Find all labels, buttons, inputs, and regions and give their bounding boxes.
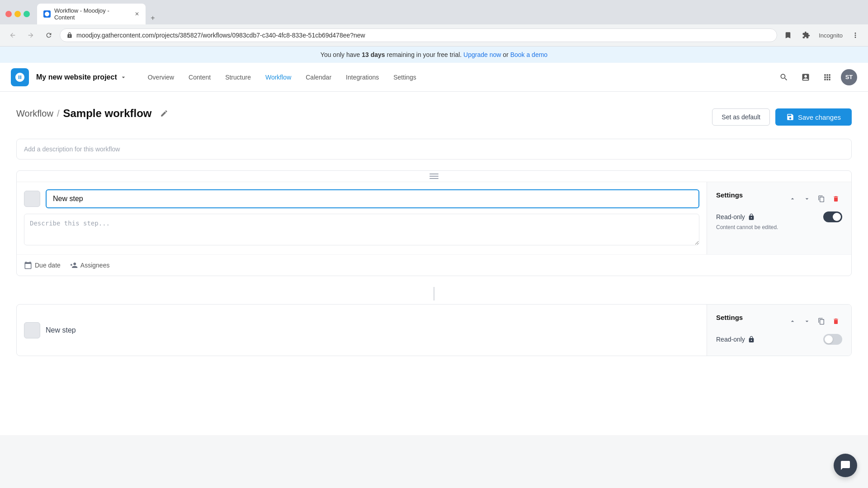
page-title: Sample workflow bbox=[63, 107, 151, 120]
step-1-desc-input[interactable] bbox=[24, 214, 699, 245]
readonly-toggle-2[interactable] bbox=[823, 334, 842, 345]
step-card-1: Settings bbox=[16, 170, 852, 276]
more-options-icon[interactable] bbox=[848, 28, 863, 42]
search-icon[interactable] bbox=[776, 69, 792, 85]
back-button[interactable] bbox=[5, 28, 20, 42]
nav-structure[interactable]: Structure bbox=[219, 70, 257, 84]
save-label: Save changes bbox=[798, 113, 841, 121]
page-header: Workflow / Sample workflow Set as defaul… bbox=[16, 106, 852, 128]
settings-readonly-row-2: Read-only bbox=[716, 334, 842, 345]
move-up-icon-1[interactable] bbox=[786, 192, 799, 205]
move-down-icon-1[interactable] bbox=[801, 192, 813, 205]
new-tab-button[interactable]: + bbox=[146, 12, 159, 24]
book-demo-link[interactable]: Book a demo bbox=[510, 51, 548, 58]
settings-readonly-label-2: Read-only bbox=[716, 336, 755, 343]
apps-icon[interactable] bbox=[819, 69, 835, 85]
step-connector bbox=[16, 283, 852, 304]
browser-tabs: Workflow - Moodjoy - Content ✕ + bbox=[37, 4, 863, 24]
svg-rect-0 bbox=[429, 174, 439, 174]
trial-days: 13 days bbox=[362, 51, 385, 58]
minimize-btn[interactable] bbox=[14, 11, 21, 17]
address-bar[interactable] bbox=[60, 28, 777, 42]
svg-rect-2 bbox=[429, 178, 439, 179]
notifications-icon[interactable] bbox=[797, 69, 814, 85]
tab-title: Workflow - Moodjoy - Content bbox=[54, 7, 131, 21]
close-btn[interactable] bbox=[5, 11, 12, 17]
breadcrumb-separator: / bbox=[57, 108, 60, 119]
trial-banner: You only have 13 days remaining in your … bbox=[0, 47, 868, 63]
step-1-main bbox=[17, 182, 707, 254]
settings-readonly-label-1: Read-only bbox=[716, 213, 755, 221]
project-selector[interactable]: My new website project bbox=[36, 73, 127, 81]
nav-settings[interactable]: Settings bbox=[387, 70, 423, 84]
step-2-color[interactable] bbox=[24, 322, 40, 338]
toolbar-actions: Incognito bbox=[781, 28, 863, 42]
chat-button[interactable] bbox=[834, 454, 857, 477]
breadcrumb: Workflow / Sample workflow bbox=[16, 106, 171, 121]
app-layout: You only have 13 days remaining in your … bbox=[0, 47, 868, 435]
step-1-body: Settings bbox=[17, 182, 851, 254]
svg-rect-1 bbox=[429, 176, 439, 177]
toggle-thumb-1 bbox=[833, 213, 841, 221]
reload-button[interactable] bbox=[42, 28, 56, 42]
nav-actions: ST bbox=[776, 69, 857, 85]
due-date-item[interactable]: Due date bbox=[24, 261, 61, 269]
step-1-settings: Settings bbox=[707, 182, 851, 254]
save-changes-button[interactable]: Save changes bbox=[775, 108, 852, 126]
step-1-color[interactable] bbox=[24, 191, 40, 207]
move-down-icon-2[interactable] bbox=[801, 315, 813, 328]
connector-line bbox=[434, 287, 434, 300]
toggle-thumb-2 bbox=[825, 335, 833, 343]
nav-overview[interactable]: Overview bbox=[142, 70, 180, 84]
user-avatar[interactable]: ST bbox=[841, 69, 857, 85]
app-logo[interactable] bbox=[11, 68, 29, 86]
browser-toolbar: Incognito bbox=[0, 24, 868, 46]
assignees-item[interactable]: Assignees bbox=[70, 261, 110, 269]
step-1-name-input[interactable] bbox=[46, 189, 699, 208]
step-2-name: New step bbox=[46, 326, 76, 334]
breadcrumb-workflow-link[interactable]: Workflow bbox=[16, 108, 53, 119]
nav-integrations[interactable]: Integrations bbox=[340, 70, 385, 84]
maximize-btn[interactable] bbox=[24, 11, 30, 17]
step-2-main: New step bbox=[17, 305, 707, 356]
settings-readonly-desc-1: Content cannot be edited. bbox=[716, 224, 842, 230]
tab-favicon bbox=[43, 10, 51, 18]
save-icon bbox=[786, 113, 794, 121]
project-name: My new website project bbox=[36, 73, 117, 81]
incognito-label: Incognito bbox=[817, 28, 844, 42]
move-up-icon-2[interactable] bbox=[786, 315, 799, 328]
nav-links: Overview Content Structure Workflow Cale… bbox=[142, 70, 776, 84]
settings-title-1: Settings bbox=[716, 191, 743, 199]
page-header-actions: Set as default Save changes bbox=[712, 108, 852, 126]
active-tab[interactable]: Workflow - Moodjoy - Content ✕ bbox=[37, 4, 146, 24]
nav-workflow[interactable]: Workflow bbox=[259, 70, 297, 84]
upgrade-link[interactable]: Upgrade now bbox=[463, 51, 501, 58]
settings-title-2: Settings bbox=[716, 314, 743, 321]
page-content: Workflow / Sample workflow Set as defaul… bbox=[0, 92, 868, 378]
extensions-icon[interactable] bbox=[799, 28, 813, 42]
step-2-settings: Settings bbox=[707, 305, 851, 356]
step-1-footer: Due date Assignees bbox=[17, 254, 851, 276]
drag-handle-1[interactable] bbox=[17, 171, 851, 182]
settings-readonly-row-1: Read-only bbox=[716, 211, 842, 222]
set-default-button[interactable]: Set as default bbox=[712, 108, 770, 126]
edit-title-icon[interactable] bbox=[157, 106, 171, 121]
delete-icon-1[interactable] bbox=[830, 192, 842, 205]
duplicate-icon-2[interactable] bbox=[815, 315, 828, 328]
nav-content[interactable]: Content bbox=[182, 70, 217, 84]
tab-close-icon[interactable]: ✕ bbox=[135, 11, 139, 17]
readonly-toggle-1[interactable] bbox=[823, 211, 842, 222]
browser-chrome: Workflow - Moodjoy - Content ✕ + Inc bbox=[0, 0, 868, 47]
duplicate-icon-1[interactable] bbox=[815, 192, 828, 205]
nav-calendar[interactable]: Calendar bbox=[299, 70, 338, 84]
description-input[interactable] bbox=[16, 139, 852, 160]
step-card-2: New step Settings bbox=[16, 304, 852, 356]
step-1-header bbox=[24, 189, 699, 208]
step-2-body: New step Settings bbox=[17, 305, 851, 356]
url-input[interactable] bbox=[76, 32, 770, 39]
forward-button[interactable] bbox=[24, 28, 38, 42]
window-controls bbox=[5, 11, 30, 17]
top-nav: My new website project Overview Content … bbox=[0, 63, 868, 92]
bookmark-icon[interactable] bbox=[781, 28, 795, 42]
delete-icon-2[interactable] bbox=[830, 315, 842, 328]
